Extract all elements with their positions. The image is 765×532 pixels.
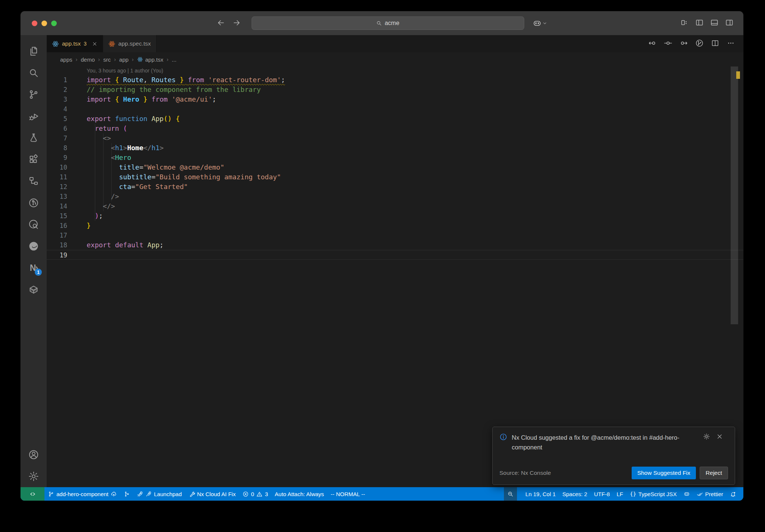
code-line-5[interactable]: 5export function App() { (47, 114, 743, 124)
next-change-icon[interactable] (679, 39, 688, 49)
breadcrumb-separator: › (114, 56, 116, 62)
code-line-2[interactable]: 2// importing the component from the lib… (47, 85, 743, 95)
chevron-down-icon[interactable] (542, 20, 548, 26)
toggle-primary-sidebar-icon[interactable] (695, 18, 704, 28)
code-line-12[interactable]: 12 cta="Get Started" (47, 182, 743, 192)
code-line-15[interactable]: 15 ); (47, 211, 743, 221)
status-nx-cloud-ai-fix[interactable]: Nx Cloud AI Fix (185, 487, 239, 501)
code-line-7[interactable]: 7 <> (47, 133, 743, 143)
breadcrumb-item-apps[interactable]: apps (60, 56, 72, 63)
status-encoding[interactable]: UTF-8 (591, 487, 613, 501)
breadcrumb-separator: › (167, 56, 168, 62)
tab-app-spec-tsx[interactable]: app.spec.tsx (103, 35, 157, 52)
activity-bar-item-accounts[interactable] (25, 444, 43, 466)
code-editor[interactable]: You, 3 hours ago | 1 author (You) 1impor… (47, 66, 743, 487)
navigate-forward-icon[interactable] (232, 18, 242, 28)
command-center-search[interactable]: acme (251, 16, 524, 30)
status-text: Spaces: 2 (563, 491, 588, 497)
activity-bar-item-dependencies[interactable] (25, 170, 43, 192)
activity-bar-item-nx-console[interactable]: N›1 (25, 257, 43, 279)
customize-layout-icon[interactable] (680, 18, 689, 28)
breadcrumb-item-app[interactable]: app (119, 56, 128, 63)
line-number: 7 (47, 133, 75, 143)
activity-bar-item-containers[interactable] (25, 279, 43, 300)
status-text: add-hero-component (56, 491, 108, 497)
activity-bar-item-edge-tools[interactable] (25, 235, 43, 257)
status-launchpad[interactable]: Launchpad (133, 487, 185, 501)
status-text: Nx Cloud AI Fix (197, 491, 236, 497)
code-line-6[interactable]: 6 return ( (47, 124, 743, 133)
title-bar: acme (21, 11, 743, 35)
tab-app-tsx[interactable]: app.tsx3 (47, 35, 103, 52)
minimize-window-button[interactable] (41, 21, 47, 26)
tab-close-icon[interactable] (92, 41, 97, 47)
activity-bar-item-code-inspect[interactable] (25, 214, 43, 235)
line-number: 3 (47, 95, 75, 104)
code-line-3[interactable]: 3import { Hero } from '@acme/ui'; (47, 95, 743, 104)
status-zoom[interactable] (504, 487, 517, 501)
copilot-icon[interactable] (532, 19, 542, 28)
code-line-14[interactable]: 14 </> (47, 201, 743, 211)
show-suggested-fix-button[interactable]: Show Suggested Fix (632, 467, 696, 479)
code-line-16[interactable]: 16} (47, 221, 743, 231)
status-notifications-bell[interactable] (727, 487, 740, 501)
breadcrumb-item-src[interactable]: src (103, 56, 111, 63)
code-line-4[interactable]: 4 (47, 104, 743, 114)
breadcrumb-item-[interactable]: ... (172, 56, 177, 63)
code-line-18[interactable]: 18export default App; (47, 240, 743, 250)
activity-bar-item-testing[interactable] (25, 127, 43, 149)
braces-icon: {} (630, 491, 636, 497)
breadcrumb-separator: › (132, 56, 134, 62)
code-line-1[interactable]: 1import { Route, Routes } from 'react-ro… (47, 75, 743, 85)
activity-bar-item-explorer[interactable] (25, 40, 43, 62)
code-line-9[interactable]: 9 <Hero (47, 153, 743, 163)
activity-bar-item-run-and-debug[interactable] (25, 105, 43, 127)
reject-button[interactable]: Reject (700, 467, 728, 479)
maximize-window-button[interactable] (51, 21, 57, 26)
line-number: 9 (47, 153, 75, 163)
status-git-branch[interactable]: add-hero-component (44, 487, 120, 501)
status-remote-indicator[interactable] (21, 487, 44, 501)
notification-close-icon[interactable] (716, 433, 723, 452)
code-line-19[interactable]: 19 (47, 250, 743, 260)
activity-bar-item-gitlens[interactable] (25, 192, 43, 214)
more-actions-icon[interactable] (727, 39, 735, 49)
current-change-icon[interactable] (664, 39, 672, 49)
edge-tools-icon (28, 241, 39, 252)
editor-scrollbar[interactable] (731, 66, 738, 324)
activity-bar-item-search[interactable] (25, 62, 43, 84)
status-indentation[interactable]: Spaces: 2 (559, 487, 591, 501)
toggle-panel-icon[interactable] (710, 18, 719, 28)
status-commit-graph[interactable] (120, 487, 133, 501)
cloud-upload-icon (111, 491, 117, 497)
status-copilot-status[interactable] (680, 487, 693, 501)
notification-settings-gear-icon[interactable] (703, 433, 710, 452)
activity-bar-item-source-control[interactable] (25, 84, 43, 105)
code-line-8[interactable]: 8 <h1>Home</h1> (47, 143, 743, 153)
code-line-11[interactable]: 11 subtitle="Build something amazing tod… (47, 172, 743, 182)
line-number: 6 (47, 124, 75, 133)
breadcrumb-item-apptsx[interactable]: app.tsx (137, 56, 163, 63)
activity-bar-item-extensions[interactable] (25, 149, 43, 170)
code-line-17[interactable]: 17 (47, 231, 743, 240)
navigate-back-icon[interactable] (216, 18, 226, 28)
status-problems[interactable]: 03 (239, 487, 272, 501)
toggle-secondary-sidebar-icon[interactable] (725, 18, 734, 28)
window-controls (32, 21, 57, 26)
breadcrumb-item-demo[interactable]: demo (81, 56, 95, 63)
previous-change-icon[interactable] (648, 39, 657, 49)
code-line-10[interactable]: 10 title="Welcmoe @acme/demo" (47, 163, 743, 172)
close-window-button[interactable] (32, 21, 37, 26)
status-formatter[interactable]: Prettier (693, 487, 727, 501)
activity-bar-item-settings[interactable] (25, 466, 43, 487)
status-cursor-position[interactable]: Ln 19, Col 1 (522, 487, 559, 501)
split-editor-icon[interactable] (711, 39, 719, 49)
run-target-icon[interactable] (695, 39, 704, 49)
status-vim-mode[interactable]: -- NORMAL -- (327, 487, 368, 501)
status-text: LF (617, 491, 623, 497)
code-line-13[interactable]: 13 /> (47, 192, 743, 201)
status-eol[interactable]: LF (613, 487, 627, 501)
status-auto-attach[interactable]: Auto Attach: Always (272, 487, 328, 501)
line-number: 14 (47, 201, 75, 211)
status-language-mode[interactable]: {}TypeScript JSX (626, 487, 680, 501)
